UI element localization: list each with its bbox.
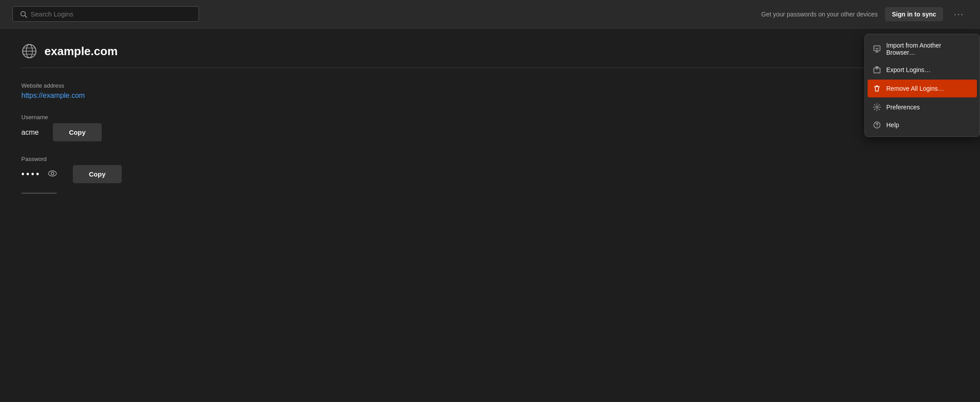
copy-password-button[interactable]: Copy xyxy=(73,165,122,183)
site-title: example.com xyxy=(21,43,118,59)
search-icon xyxy=(20,11,27,18)
svg-point-13 xyxy=(51,172,54,175)
more-dots-icon: ··· xyxy=(954,9,964,19)
password-section: Password •••• Copy xyxy=(21,156,959,183)
search-input[interactable] xyxy=(31,10,191,18)
site-name: example.com xyxy=(44,44,118,58)
import-label: Import from Another Browser… xyxy=(886,42,972,56)
svg-point-12 xyxy=(48,171,56,176)
username-section: Username acme Copy xyxy=(21,114,959,141)
main-content: example.com Edit Remove Website address … xyxy=(0,28,980,212)
svg-line-1 xyxy=(25,16,27,17)
trash-icon xyxy=(873,84,881,92)
sign-in-button[interactable]: Sign in to sync xyxy=(885,7,944,21)
username-label: Username xyxy=(21,114,959,121)
dropdown-panel: Import from Another Browser… Export Logi… xyxy=(864,34,980,137)
show-password-button[interactable] xyxy=(46,169,59,179)
import-icon xyxy=(873,45,881,53)
globe-icon xyxy=(21,43,37,59)
svg-rect-2 xyxy=(874,46,880,51)
site-header: example.com Edit Remove xyxy=(21,43,959,68)
import-browser-item[interactable]: Import from Another Browser… xyxy=(865,37,980,61)
password-dots: •••• xyxy=(21,169,41,179)
remove-all-label: Remove All Logins… xyxy=(886,85,944,92)
preferences-label: Preferences xyxy=(886,104,920,111)
password-row: •••• Copy xyxy=(21,165,959,183)
gear-icon xyxy=(873,103,881,111)
username-row: acme Copy xyxy=(21,123,959,141)
header: Get your passwords on your other devices… xyxy=(0,0,980,28)
export-logins-item[interactable]: Export Logins… xyxy=(865,61,980,79)
svg-point-4 xyxy=(876,106,878,108)
username-value: acme xyxy=(21,129,39,137)
export-label: Export Logins… xyxy=(886,66,931,73)
remove-all-logins-item[interactable]: Remove All Logins… xyxy=(868,80,977,97)
copy-username-button[interactable]: Copy xyxy=(53,123,102,141)
help-icon xyxy=(873,121,881,129)
password-display: •••• xyxy=(21,169,59,179)
svg-point-6 xyxy=(876,126,877,127)
help-item[interactable]: Help xyxy=(865,116,980,134)
search-wrapper xyxy=(12,6,199,22)
bottom-divider xyxy=(21,193,57,194)
export-icon xyxy=(873,66,881,74)
preferences-item[interactable]: Preferences xyxy=(865,98,980,116)
help-label: Help xyxy=(886,121,899,129)
website-section: Website address https://example.com xyxy=(21,82,959,100)
eye-icon xyxy=(48,170,57,177)
sync-promo-text: Get your passwords on your other devices xyxy=(761,11,878,18)
password-label: Password xyxy=(21,156,959,162)
header-right: Get your passwords on your other devices… xyxy=(761,7,968,21)
more-options-button[interactable]: ··· xyxy=(950,7,968,21)
website-label: Website address xyxy=(21,82,959,89)
website-link[interactable]: https://example.com xyxy=(21,92,85,99)
